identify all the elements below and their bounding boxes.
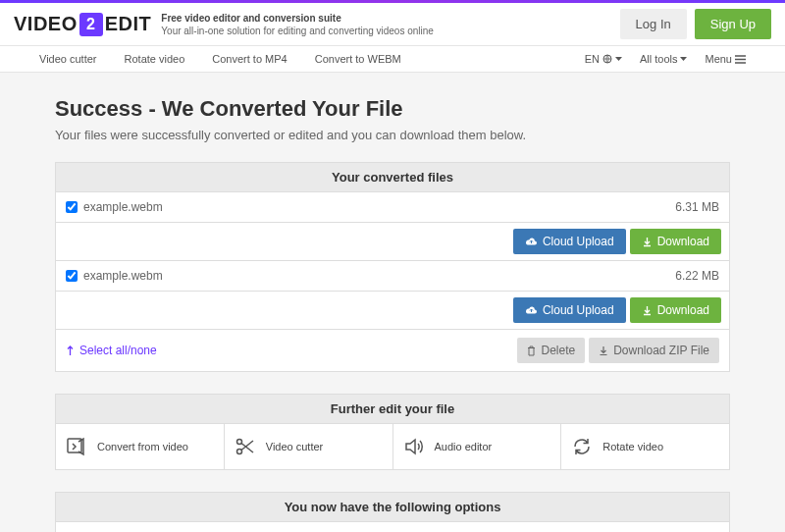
chevron-down-icon	[615, 57, 622, 62]
options-panel: Using the checkboxes, you can select fil…	[55, 522, 730, 532]
bulk-actions-row: Select all/none Delete Download ZIP File	[55, 330, 730, 372]
site-header: VIDEO 2 EDIT Free video editor and conve…	[0, 3, 785, 46]
logo-number-badge: 2	[79, 13, 103, 36]
convert-from-video[interactable]: Convert from video	[56, 424, 225, 469]
download-label: Download	[657, 235, 709, 248]
further-edit-grid: Convert from video Video cutter Audio ed…	[55, 424, 730, 470]
tagline: Free video editor and conversion suite Y…	[161, 12, 434, 37]
item-label: Convert from video	[97, 441, 188, 452]
all-tools-menu[interactable]: All tools	[640, 53, 688, 65]
header-right: Log In Sign Up	[620, 9, 771, 39]
globe-icon	[602, 54, 612, 64]
file-row: example.webm 6.31 MB	[55, 192, 730, 223]
cloud-label: Cloud Upload	[543, 303, 614, 317]
file-size: 6.22 MB	[675, 269, 719, 283]
svg-point-2	[236, 440, 241, 445]
audio-editor[interactable]: Audio editor	[393, 424, 562, 469]
all-tools-label: All tools	[640, 53, 678, 65]
tagline-title: Free video editor and conversion suite	[161, 12, 434, 25]
page-title: Success - We Converted Your File	[55, 96, 730, 122]
svg-point-3	[236, 450, 241, 454]
logo-text-post: EDIT	[105, 13, 152, 35]
logo-number: 2	[86, 16, 95, 33]
item-label: Rotate video	[602, 441, 663, 452]
lang-label: EN	[585, 53, 600, 65]
download-icon	[642, 305, 653, 316]
file-name: example.webm	[83, 200, 163, 214]
menu-toggle[interactable]: Menu	[705, 53, 746, 65]
cloud-upload-icon	[525, 237, 538, 246]
menu-label: Menu	[705, 53, 732, 65]
files-heading: Your converted files	[55, 162, 730, 192]
speaker-icon	[403, 436, 425, 457]
nav-convert-mp4[interactable]: Convert to MP4	[212, 53, 287, 65]
download-icon	[642, 237, 653, 247]
file-actions: Cloud Upload Download	[55, 223, 730, 261]
nav-right: EN All tools Menu	[585, 53, 746, 65]
file-size: 6.31 MB	[675, 200, 719, 214]
cloud-upload-button[interactable]: Cloud Upload	[513, 297, 626, 323]
cloud-label: Cloud Upload	[543, 235, 614, 248]
rotate-video[interactable]: Rotate video	[561, 424, 729, 469]
tagline-subtitle: Your all-in-one solution for editing and…	[161, 25, 434, 37]
nav-left: Video cutter Rotate video Convert to MP4…	[39, 53, 401, 65]
file-row: example.webm 6.22 MB	[55, 261, 730, 292]
cloud-upload-icon	[525, 305, 538, 315]
download-zip-button[interactable]: Download ZIP File	[589, 338, 719, 363]
file-actions: Cloud Upload Download	[55, 292, 730, 330]
file-checkbox[interactable]	[66, 201, 78, 213]
login-button[interactable]: Log In	[620, 9, 687, 39]
download-label: Download	[657, 303, 709, 317]
download-icon	[599, 346, 608, 356]
logo-text-pre: VIDEO	[14, 13, 78, 35]
item-label: Video cutter	[266, 441, 324, 452]
video-cutter[interactable]: Video cutter	[225, 424, 393, 469]
trash-icon	[527, 346, 536, 356]
select-all-label: Select all/none	[79, 344, 157, 357]
nav-convert-webm[interactable]: Convert to WEBM	[315, 53, 401, 65]
rotate-icon	[571, 436, 593, 457]
nav-bar: Video cutter Rotate video Convert to MP4…	[0, 46, 785, 73]
main-container: Success - We Converted Your File Your fi…	[39, 73, 746, 532]
hamburger-icon	[735, 55, 746, 64]
page-subtitle: Your files were successfully converted o…	[55, 128, 730, 142]
nav-video-cutter[interactable]: Video cutter	[39, 53, 97, 65]
scissors-icon	[235, 436, 256, 457]
logo[interactable]: VIDEO 2 EDIT	[14, 13, 151, 36]
download-button[interactable]: Download	[630, 297, 721, 323]
chevron-down-icon	[680, 57, 687, 62]
header-left: VIDEO 2 EDIT Free video editor and conve…	[14, 12, 434, 37]
item-label: Audio editor	[435, 441, 493, 452]
select-arrow-icon	[66, 345, 75, 356]
file-checkbox[interactable]	[66, 270, 78, 282]
download-button[interactable]: Download	[630, 229, 721, 254]
cloud-upload-button[interactable]: Cloud Upload	[513, 229, 626, 254]
delete-button[interactable]: Delete	[517, 338, 585, 363]
language-selector[interactable]: EN	[585, 53, 622, 65]
signup-button[interactable]: Sign Up	[695, 9, 771, 39]
zip-label: Download ZIP File	[613, 344, 709, 357]
options-heading: You now have the following options	[55, 492, 730, 522]
select-all-link[interactable]: Select all/none	[66, 344, 157, 357]
file-name: example.webm	[83, 269, 163, 283]
further-heading: Further edit your file	[55, 394, 730, 424]
edit-icon	[66, 436, 87, 457]
delete-label: Delete	[541, 344, 575, 357]
nav-rotate-video[interactable]: Rotate video	[125, 53, 185, 65]
